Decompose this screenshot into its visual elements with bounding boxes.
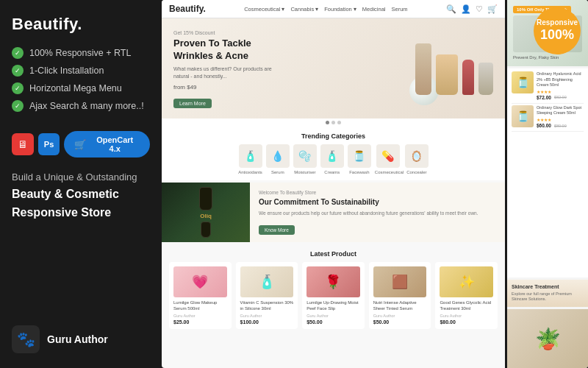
product-image: 🌹 bbox=[306, 266, 360, 297]
right-products-list: 🫙 Ordinary Hyaluronic Acid 2% +B5 Bright… bbox=[507, 68, 588, 277]
responsive-percent: 100% bbox=[540, 27, 574, 43]
category-item[interactable]: 💊 Cosmeceutical bbox=[375, 144, 401, 174]
commitment-section: Oliq Welcome To Beautify Store Our Commi… bbox=[162, 183, 505, 242]
right-product-row[interactable]: 🫙 Ordinary Hyaluronic Acid 2% +B5 Bright… bbox=[512, 71, 584, 103]
shop-icons: 🔍 👤 ♡ 🛒 bbox=[446, 4, 498, 14]
product-author: Guru Author bbox=[440, 314, 493, 318]
category-item[interactable]: 🪞 Concealer bbox=[405, 144, 429, 174]
category-thumb: 🧴 bbox=[320, 144, 344, 168]
store-label: Responsive Store bbox=[12, 205, 150, 221]
responsive-icon: 🖥 bbox=[12, 133, 34, 155]
hero-title: Proven To Tackle Wrinkles & Acne bbox=[173, 38, 276, 63]
product-image: 🟫 bbox=[373, 266, 427, 297]
category-item[interactable]: 🫙 Facewash bbox=[348, 144, 371, 174]
preview-wrapper: Beautify. Cosmeceutical ▾ Cannabis ▾ Fou… bbox=[162, 0, 588, 368]
commitment-title: Our Commitment To Sustainability bbox=[259, 197, 496, 207]
category-label: Cosmeceutical bbox=[375, 170, 401, 174]
feature-item: ✓ Ajax Search & many more..! bbox=[12, 100, 150, 112]
rp-oldprice: $80.00 bbox=[554, 124, 567, 128]
product-title: Good Genes Glycolic Acid Treatment 30ml bbox=[440, 300, 493, 312]
search-icon[interactable]: 🔍 bbox=[446, 4, 456, 14]
category-item[interactable]: 🧴 Creams bbox=[320, 144, 344, 174]
check-icon: ✓ bbox=[12, 47, 24, 59]
shop-header: Beautify. Cosmeceutical ▾ Cannabis ▾ Fou… bbox=[162, 0, 505, 18]
dot[interactable] bbox=[331, 121, 335, 124]
hero-discount: Get 15% Discount bbox=[173, 30, 276, 35]
product-price: $100.00 bbox=[240, 319, 294, 325]
rp-name: Ordinary Glow Dark Spot Sleeping Cream 5… bbox=[537, 105, 584, 116]
products-grid: 💗 Lumilge Glow Makeup Serum 500ml Guru A… bbox=[169, 262, 498, 329]
hero-text: Get 15% Discount Proven To Tackle Wrinkl… bbox=[173, 30, 276, 108]
product-card[interactable]: 💗 Lumilge Glow Makeup Serum 500ml Guru A… bbox=[169, 262, 232, 329]
skin-care-title: Skincare Treatment bbox=[512, 284, 584, 289]
rp-image: 🫙 bbox=[512, 71, 534, 93]
trending-section: Trending Categories 🧴 Antioxidants 💧 Ser… bbox=[162, 127, 505, 180]
product-title: Lumilge Up-Drawing Moist Peef Face Slip bbox=[306, 300, 360, 312]
category-label: Facewash bbox=[349, 170, 369, 174]
category-item[interactable]: 🫧 Moisturiser bbox=[293, 144, 317, 174]
product-image: 💗 bbox=[173, 266, 227, 297]
nav-item[interactable]: Cosmeceutical ▾ bbox=[244, 6, 284, 13]
shop-nav: Cosmeceutical ▾ Cannabis ▾ Foundation ▾ … bbox=[244, 6, 407, 13]
opencart-button[interactable]: 🛒 OpenCart 4.x bbox=[64, 131, 150, 158]
product-author: Guru Author bbox=[373, 314, 427, 318]
nav-item[interactable]: Medicinal bbox=[362, 6, 386, 13]
rp-image: 🫙 bbox=[512, 105, 534, 127]
commitment-button[interactable]: Know More bbox=[259, 225, 295, 235]
bottle-label: Oliq bbox=[200, 213, 212, 219]
heart-icon[interactable]: ♡ bbox=[476, 4, 483, 14]
avatar: 🐾 bbox=[12, 325, 40, 353]
nav-item[interactable]: Cannabis ▾ bbox=[290, 6, 318, 13]
right-hero-image: 🪴 bbox=[507, 309, 588, 368]
dot[interactable] bbox=[326, 121, 329, 124]
product-author: Guru Author bbox=[306, 314, 360, 318]
rp-oldprice: $82.00 bbox=[554, 95, 567, 99]
user-icon[interactable]: 👤 bbox=[461, 4, 471, 14]
rp-info: Ordinary Hyaluronic Acid 2% +B5 Brighten… bbox=[537, 71, 584, 99]
author-row: 🐾 Guru Author bbox=[12, 316, 150, 353]
hero-product-serum bbox=[415, 43, 431, 95]
product-title: Vitamin C Suspension 30% in Silicone 30m… bbox=[240, 300, 294, 312]
category-item[interactable]: 🧴 Antioxidants bbox=[238, 144, 262, 174]
feature-item: ✓ Horizontal Mega Menu bbox=[12, 82, 150, 94]
hero-product-bottle bbox=[436, 54, 458, 95]
oliq-bottle: Oliq bbox=[199, 187, 212, 238]
dot[interactable] bbox=[337, 121, 341, 124]
category-thumb: 💧 bbox=[266, 144, 290, 168]
hero-product-cream bbox=[478, 63, 493, 95]
product-price: $80.00 bbox=[440, 319, 493, 325]
nav-item[interactable]: Serum bbox=[392, 6, 408, 13]
skin-care-section: Skincare Treatment Explore our full rang… bbox=[507, 280, 588, 307]
category-label: Moisturiser bbox=[294, 170, 315, 174]
nav-item[interactable]: Foundation ▾ bbox=[324, 6, 356, 13]
check-icon: ✓ bbox=[12, 100, 24, 112]
product-image: ✨ bbox=[440, 266, 493, 297]
responsive-badge: Responsive 100% bbox=[534, 7, 581, 54]
feature-label: 1-Click Installation bbox=[29, 66, 104, 76]
bottle-small bbox=[201, 222, 211, 238]
feature-item: ✓ 1-Click Installation bbox=[12, 65, 150, 77]
product-card[interactable]: 🟫 Nutri Intense Adaptive Sheer Tinted Se… bbox=[369, 262, 431, 329]
check-icon: ✓ bbox=[12, 65, 24, 77]
hero-button[interactable]: Learn More bbox=[173, 99, 212, 108]
commitment-desc: We ensure our products help our future w… bbox=[259, 210, 496, 217]
cart-icon[interactable]: 🛒 bbox=[487, 4, 498, 14]
rp-name: Ordinary Hyaluronic Acid 2% +B5 Brighten… bbox=[537, 71, 584, 87]
category-item[interactable]: 💧 Serum bbox=[266, 144, 290, 174]
product-card[interactable]: 🧴 Vitamin C Suspension 30% in Silicone 3… bbox=[236, 262, 298, 329]
feature-label: 100% Responsive + RTL bbox=[29, 48, 131, 58]
feature-label: Horizontal Mega Menu bbox=[29, 83, 122, 93]
skin-care-desc: Explore our full range of Premium Skinca… bbox=[512, 291, 584, 302]
responsive-label: Responsive bbox=[537, 18, 578, 27]
category-label: Serum bbox=[271, 170, 284, 174]
product-card[interactable]: 🌹 Lumilge Up-Drawing Moist Peef Face Sli… bbox=[302, 262, 365, 329]
right-product-row[interactable]: 🫙 Ordinary Glow Dark Spot Sleeping Cream… bbox=[512, 105, 584, 132]
center-preview: Beautify. Cosmeceutical ▾ Cannabis ▾ Fou… bbox=[162, 0, 505, 368]
shop-logo: Beautify. bbox=[169, 4, 206, 14]
product-card[interactable]: ✨ Good Genes Glycolic Acid Treatment 30m… bbox=[435, 262, 498, 329]
sidebar: Beautify. ✓ 100% Responsive + RTL ✓ 1-Cl… bbox=[0, 0, 162, 368]
rp-rating: ★★★★ bbox=[537, 89, 584, 94]
latest-title: Latest Product bbox=[169, 250, 498, 258]
category-label: Beauty & Cosmetic bbox=[12, 187, 150, 202]
hero-banner: Get 15% Discount Proven To Tackle Wrinkl… bbox=[162, 18, 505, 118]
